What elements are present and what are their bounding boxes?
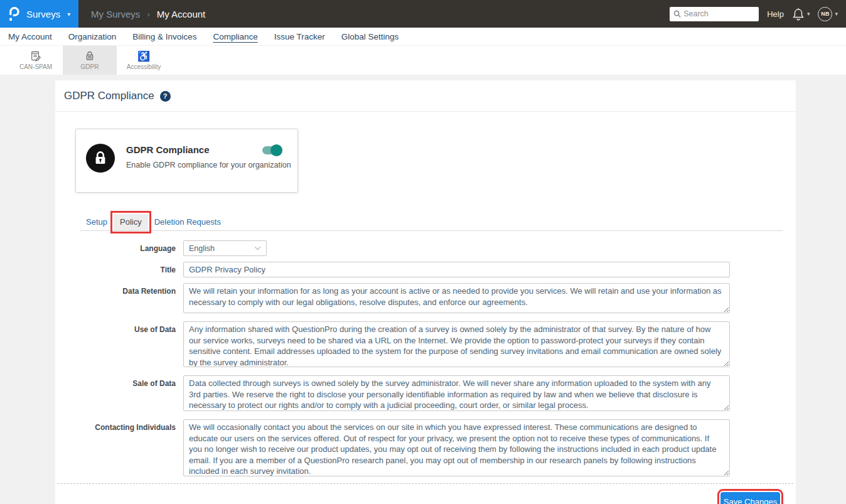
- product-menu[interactable]: Surveys ▾: [0, 0, 78, 28]
- contacting-individuals-textarea[interactable]: We will occasionally contact you about t…: [183, 419, 730, 476]
- sale-of-data-label: Sale of Data: [55, 375, 183, 414]
- search-icon: [673, 10, 681, 18]
- padlock-icon: [84, 50, 95, 62]
- account-nav: My Account Organization Billing & Invoic…: [0, 28, 846, 46]
- page-content: GDPR Compliance ? GDPR Compliance Enable…: [0, 75, 846, 504]
- page-title: GDPR Compliance: [64, 90, 154, 102]
- toggle-knob: [270, 144, 282, 156]
- tab-billing-invoices[interactable]: Billing & Invoices: [132, 32, 196, 41]
- data-retention-row: Data Retention We will retain your infor…: [55, 283, 796, 316]
- compliance-subnav: CAN-SPAM GDPR ♿ Accessibility: [0, 46, 846, 75]
- use-of-data-textarea[interactable]: Any information shared with QuestionPro …: [183, 321, 730, 367]
- save-changes-button[interactable]: Save Changes: [720, 492, 780, 504]
- tab-deletion-requests[interactable]: Deletion Requests: [148, 214, 227, 230]
- tab-policy[interactable]: Policy: [114, 214, 148, 230]
- chevron-down-icon: ▾: [835, 11, 838, 17]
- title-row: Title: [55, 262, 796, 277]
- breadcrumb: My Surveys › My Account: [91, 9, 205, 19]
- bell-icon: [792, 8, 805, 21]
- title-label: Title: [55, 262, 183, 277]
- search-input[interactable]: [683, 9, 755, 18]
- card-title: GDPR Compliance: [126, 144, 210, 155]
- breadcrumb-current: My Account: [157, 9, 206, 19]
- data-retention-label: Data Retention: [55, 283, 183, 316]
- questionpro-logo-icon: [8, 6, 20, 22]
- lock-icon: [86, 144, 115, 173]
- wheelchair-icon: ♿: [137, 51, 150, 62]
- breadcrumb-parent[interactable]: My Surveys: [91, 9, 140, 19]
- language-label: Language: [55, 240, 183, 256]
- language-row: Language English: [55, 240, 796, 256]
- data-retention-textarea[interactable]: We will retain your information for as l…: [183, 283, 730, 313]
- chevron-down-icon: ▾: [807, 11, 810, 17]
- gdpr-panel: GDPR Compliance ? GDPR Compliance Enable…: [55, 80, 796, 504]
- save-row: Save Changes: [55, 484, 796, 504]
- avatar: NB: [818, 7, 832, 21]
- tab-organization[interactable]: Organization: [68, 32, 117, 41]
- gdpr-compliance-card: GDPR Compliance Enable GDPR compliance f…: [75, 129, 298, 193]
- policy-tab-strip: Setup Policy Deletion Requests: [80, 214, 783, 231]
- title-input[interactable]: [183, 262, 730, 277]
- help-link[interactable]: Help: [767, 9, 784, 19]
- tab-setup[interactable]: Setup: [80, 214, 114, 230]
- use-of-data-row: Use of Data Any information shared with …: [55, 321, 796, 370]
- topbar-right: Help ▾ NB ▾: [670, 7, 846, 21]
- gdpr-toggle[interactable]: [262, 146, 281, 154]
- tab-compliance[interactable]: Compliance: [213, 32, 257, 41]
- policy-form: Language English Title Data Rete: [55, 240, 796, 479]
- card-description: Enable GDPR compliance for your organiza…: [126, 161, 291, 169]
- search-box[interactable]: [670, 7, 759, 21]
- panel-header: GDPR Compliance ?: [55, 80, 796, 112]
- top-bar: Surveys ▾ My Surveys › My Account Help: [0, 0, 846, 28]
- notepad-pencil-icon: [30, 50, 41, 62]
- subtab-can-spam[interactable]: CAN-SPAM: [9, 46, 63, 75]
- language-select[interactable]: English: [183, 240, 267, 256]
- contacting-individuals-label: Contacting Individuals: [55, 419, 183, 479]
- account-menu[interactable]: NB ▾: [818, 7, 838, 21]
- subtab-label: GDPR: [81, 63, 99, 70]
- tab-my-account[interactable]: My Account: [8, 32, 52, 41]
- help-icon[interactable]: ?: [160, 91, 171, 102]
- product-menu-label: Surveys: [26, 9, 60, 19]
- sale-of-data-row: Sale of Data Data collected through surv…: [55, 375, 796, 414]
- notifications-menu[interactable]: ▾: [792, 8, 810, 21]
- tab-issue-tracker[interactable]: Issue Tracker: [274, 32, 325, 41]
- subtab-label: Accessibility: [127, 63, 161, 70]
- contacting-individuals-row: Contacting Individuals We will occasiona…: [55, 419, 796, 479]
- breadcrumb-separator-icon: ›: [147, 9, 149, 19]
- subtab-gdpr[interactable]: GDPR: [63, 46, 117, 75]
- subtab-accessibility[interactable]: ♿ Accessibility: [117, 46, 171, 75]
- subtab-label: CAN-SPAM: [19, 63, 52, 70]
- sale-of-data-textarea[interactable]: Data collected through surveys is owned …: [183, 375, 730, 411]
- chevron-down-icon: [254, 246, 261, 250]
- language-value: English: [189, 244, 215, 253]
- chevron-down-icon: ▾: [67, 11, 70, 18]
- use-of-data-label: Use of Data: [55, 321, 183, 370]
- tab-global-settings[interactable]: Global Settings: [341, 32, 399, 41]
